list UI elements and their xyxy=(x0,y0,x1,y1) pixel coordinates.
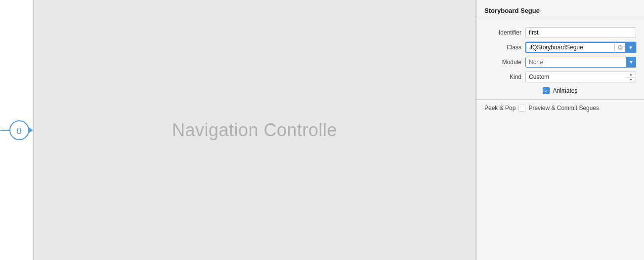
inspector-panel: Storyboard Segue Identifier Class JQStor… xyxy=(476,0,644,260)
module-input[interactable] xyxy=(525,57,636,68)
module-chevron-btn[interactable]: ▼ xyxy=(626,57,636,68)
kind-value: Custom xyxy=(529,74,549,80)
module-chevron-icon: ▼ xyxy=(629,60,634,65)
peek-pop-checkbox[interactable] xyxy=(518,105,525,111)
inspector-header: Storyboard Segue xyxy=(476,0,644,19)
kind-stepper[interactable]: ▲ ▼ xyxy=(626,72,636,82)
nav-controller-label: Navigation Controlle xyxy=(172,120,337,141)
animates-row: ✓ Animates xyxy=(476,84,644,97)
animates-checkbox-label[interactable]: ✓ Animates xyxy=(543,87,577,94)
kind-stepper-down[interactable]: ▼ xyxy=(626,77,636,82)
class-chevron-icon: ▼ xyxy=(628,45,633,50)
class-row: Class JQStoryboardSegue ▼ xyxy=(476,40,644,55)
storyboard-canvas: Navigation Controlle xyxy=(34,0,475,260)
nav-controller-area: Navigation Controlle xyxy=(34,120,475,141)
class-dropdown-container: JQStoryboardSegue ▼ xyxy=(525,42,636,53)
segue-circle-icon: {} xyxy=(9,120,29,140)
module-row: Module ▼ xyxy=(476,55,644,70)
kind-dropdown[interactable]: Custom xyxy=(525,72,636,82)
left-sidebar-bar: {} xyxy=(0,0,34,260)
identifier-row: Identifier xyxy=(476,25,644,40)
identifier-input[interactable] xyxy=(525,27,636,38)
animates-checkbox[interactable]: ✓ xyxy=(543,87,550,94)
class-browse-btn[interactable] xyxy=(614,42,625,53)
preview-commit-label: Preview & Commit Segues xyxy=(528,105,599,111)
kind-row: Kind Custom ▲ ▼ xyxy=(476,70,644,84)
module-label: Module xyxy=(484,59,521,66)
kind-stepper-up[interactable]: ▲ xyxy=(626,72,636,77)
section-divider xyxy=(476,99,644,100)
nav-segue-icon: {} xyxy=(0,120,33,140)
class-label: Class xyxy=(484,44,521,51)
inspector-title: Storyboard Segue xyxy=(484,7,540,14)
svg-point-2 xyxy=(620,48,621,49)
peek-pop-label: Peek & Pop xyxy=(484,105,515,111)
peek-pop-row: Peek & Pop Preview & Commit Segues xyxy=(476,102,644,114)
class-chevron-btn[interactable]: ▼ xyxy=(625,42,636,53)
checkmark-icon: ✓ xyxy=(544,88,548,94)
kind-label: Kind xyxy=(484,74,521,80)
identifier-label: Identifier xyxy=(484,29,521,36)
class-value: JQStoryboardSegue xyxy=(529,44,583,51)
animates-label: Animates xyxy=(553,87,577,94)
inspector-body: Identifier Class JQStoryboardSegue xyxy=(476,19,644,260)
